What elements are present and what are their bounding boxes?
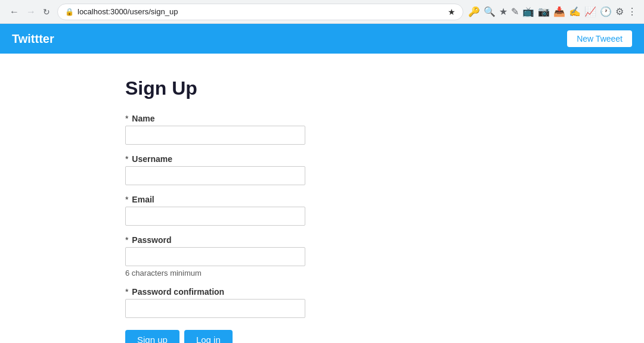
forward-button[interactable]: →	[24, 6, 38, 18]
extension-icon-7: 🕐	[600, 6, 612, 17]
email-label-text: Email	[132, 195, 154, 204]
password-label-text: Password	[132, 235, 171, 245]
key-icon: 🔑	[468, 6, 480, 17]
page-title: Sign Up	[125, 77, 519, 99]
username-label-text: Username	[132, 154, 172, 164]
search-icon[interactable]: 🔍	[484, 6, 496, 17]
extension-icon-1: ✎	[511, 6, 519, 17]
username-field-group: * Username	[125, 154, 519, 185]
app-logo: Twittter	[12, 32, 54, 46]
extension-icon-5: ✍	[569, 6, 581, 17]
browser-toolbar: 🔑 🔍 ★ ✎ 📺 📷 📥 ✍ 📈 🕐 ⚙ ⋮	[468, 6, 637, 17]
password-required-star: *	[125, 235, 128, 245]
browser-nav-buttons: ← → ↻	[7, 6, 52, 18]
password-confirmation-label-text: Password confirmation	[132, 287, 224, 297]
lock-icon: 🔒	[65, 8, 74, 16]
password-label: * Password	[125, 235, 519, 245]
password-confirmation-field-group: * Password confirmation	[125, 287, 519, 318]
back-button[interactable]: ←	[7, 6, 21, 18]
extension-icon-6: 📈	[584, 6, 596, 17]
name-input[interactable]	[125, 126, 305, 145]
name-label: * Name	[125, 114, 519, 123]
extension-icon-3: 📷	[538, 6, 550, 17]
star-icon[interactable]: ★	[448, 7, 456, 17]
username-required-star: *	[125, 154, 128, 164]
reload-button[interactable]: ↻	[41, 6, 52, 18]
email-input[interactable]	[125, 207, 305, 226]
log-in-button[interactable]: Log in	[184, 330, 233, 343]
password-confirmation-input[interactable]	[125, 299, 305, 318]
password-confirmation-required-star: *	[125, 287, 128, 297]
signup-form: * Name * Username * Email * Passw	[125, 114, 519, 343]
menu-icon[interactable]: ⋮	[627, 6, 637, 17]
name-field-group: * Name	[125, 114, 519, 145]
username-label: * Username	[125, 154, 519, 164]
browser-chrome: ← → ↻ 🔒 localhost:3000/users/sign_up ★ 🔑…	[0, 0, 644, 24]
sign-up-button[interactable]: Sign up	[125, 330, 179, 343]
password-field-group: * Password 6 characters minimum	[125, 235, 519, 277]
url-text: localhost:3000/users/sign_up	[78, 7, 444, 16]
email-field-group: * Email	[125, 195, 519, 226]
address-bar[interactable]: 🔒 localhost:3000/users/sign_up ★	[57, 4, 463, 20]
name-required-star: *	[125, 114, 128, 123]
password-input[interactable]	[125, 247, 305, 266]
email-label: * Email	[125, 195, 519, 204]
app-header: Twittter New Tweeet	[0, 24, 644, 54]
extension-icon-2: 📺	[522, 6, 534, 17]
main-content: Sign Up * Name * Username * Email	[113, 54, 531, 343]
new-tweet-button[interactable]: New Tweeet	[567, 30, 632, 47]
name-label-text: Name	[132, 114, 154, 123]
password-confirmation-label: * Password confirmation	[125, 287, 519, 297]
username-input[interactable]	[125, 166, 305, 185]
extension-icon-4: 📥	[553, 6, 565, 17]
form-actions: Sign up Log in	[125, 330, 519, 343]
email-required-star: *	[125, 195, 128, 204]
bookmark-icon[interactable]: ★	[499, 6, 507, 17]
password-hint: 6 characters minimum	[125, 269, 519, 277]
settings-icon[interactable]: ⚙	[615, 6, 624, 17]
